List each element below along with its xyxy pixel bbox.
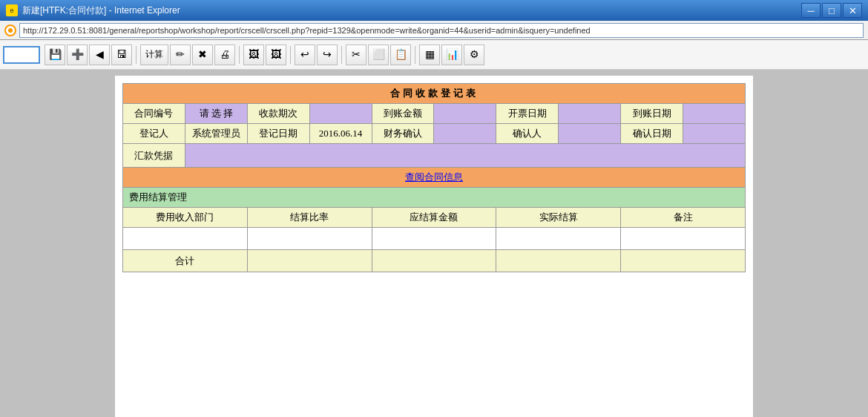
- confirmer-label: 确认人: [496, 124, 559, 144]
- chart-button[interactable]: 📊: [441, 45, 462, 65]
- svg-point-1: [8, 28, 13, 33]
- fee-total-actual: [496, 250, 621, 272]
- query-link-cell[interactable]: 查阅合同信息: [123, 168, 746, 188]
- query-row: 查阅合同信息: [123, 168, 746, 188]
- reg-date-value: 2016.06.14: [309, 124, 372, 144]
- window-controls: ─ □ ✕: [801, 3, 862, 18]
- calc-label: 计算: [145, 48, 163, 61]
- fee-data-row: [123, 228, 746, 250]
- reg-date-label: 登记日期: [247, 124, 309, 144]
- minimize-button[interactable]: ─: [801, 3, 821, 18]
- collection-period-input[interactable]: [309, 104, 372, 124]
- edit-button[interactable]: ✏: [170, 45, 191, 65]
- fee-dept-input[interactable]: [123, 228, 248, 250]
- finance-confirm-input[interactable]: [434, 124, 496, 144]
- confirmer-input[interactable]: [559, 124, 621, 144]
- report-container: 合同收款登记表 合同编号 请 选 择 收款期次 到账金额 开票日期 到账日期 登…: [115, 76, 753, 417]
- finance-confirm-label: 财务确认: [372, 124, 434, 144]
- paste-button[interactable]: 📋: [390, 45, 411, 65]
- collection-period-label: 收款期次: [247, 104, 309, 124]
- cut-button[interactable]: ✂: [346, 45, 366, 65]
- contract-header-row: 合同编号 请 选 择 收款期次 到账金额 开票日期 到账日期: [123, 104, 746, 124]
- cell-reference-box[interactable]: [3, 46, 40, 64]
- fee-section-header-row: 费用结算管理: [123, 188, 746, 208]
- title-row: 合同收款登记表: [123, 84, 746, 104]
- new-button[interactable]: ➕: [67, 45, 88, 65]
- copy-button[interactable]: ⬜: [368, 45, 389, 65]
- arrival-date-input[interactable]: [683, 104, 746, 124]
- fee-total-rate: [247, 250, 372, 272]
- maximize-button[interactable]: □: [822, 3, 841, 18]
- amount-label: 到账金额: [372, 104, 434, 124]
- separator-5: [415, 46, 415, 64]
- calc-button[interactable]: 计算: [140, 45, 168, 65]
- fee-remark-input[interactable]: [621, 228, 746, 250]
- floppy-button[interactable]: 🖫: [111, 45, 132, 65]
- invoice-date-input[interactable]: [559, 104, 621, 124]
- remittance-input[interactable]: [185, 144, 745, 168]
- remittance-label: 汇款凭据: [123, 144, 185, 168]
- fee-expected-input[interactable]: [372, 228, 496, 250]
- browser-icon: [4, 24, 16, 36]
- select-placeholder[interactable]: 请 选 择: [185, 104, 247, 124]
- settings-button[interactable]: ⚙: [464, 45, 484, 65]
- fee-col2: 结算比率: [247, 208, 372, 228]
- fee-col3: 应结算金额: [372, 208, 496, 228]
- print-button[interactable]: 🖨: [214, 45, 235, 65]
- fee-actual-input[interactable]: [496, 228, 621, 250]
- report-table: 合同收款登记表 合同编号 请 选 择 收款期次 到账金额 开票日期 到账日期 登…: [122, 83, 746, 272]
- window-title: 新建[HTFK:合同付款] - Internet Explorer: [22, 4, 180, 17]
- fee-rate-input[interactable]: [247, 228, 372, 250]
- amount-input[interactable]: [434, 104, 496, 124]
- redo-button[interactable]: ↪: [317, 45, 338, 65]
- contract-no-label: 合同编号: [123, 104, 185, 124]
- close-button[interactable]: ✕: [843, 3, 862, 18]
- remittance-row: 汇款凭据: [123, 144, 746, 168]
- title-bar: e 新建[HTFK:合同付款] - Internet Explorer ─ □ …: [0, 0, 868, 21]
- fee-total-row: 合计: [123, 250, 746, 272]
- back-button[interactable]: ◀: [89, 45, 110, 65]
- separator-2: [239, 46, 240, 64]
- confirm-date-label: 确认日期: [621, 124, 683, 144]
- app-icon: e: [6, 4, 18, 16]
- separator-3: [290, 46, 291, 64]
- invoice-date-label: 开票日期: [496, 104, 559, 124]
- table-button[interactable]: ▦: [419, 45, 440, 65]
- query-link[interactable]: 查阅合同信息: [405, 171, 463, 183]
- image1-button[interactable]: 🖼: [243, 45, 264, 65]
- separator-4: [341, 46, 342, 64]
- fee-total-remark: [621, 250, 746, 272]
- separator-1: [136, 46, 137, 64]
- registrant-row: 登记人 系统管理员 登记日期 2016.06.14 财务确认 确认人 确认日期: [123, 124, 746, 144]
- confirm-date-input[interactable]: [683, 124, 746, 144]
- url-input[interactable]: [19, 23, 864, 38]
- undo-button[interactable]: ↩: [295, 45, 315, 65]
- fee-col4: 实际结算: [496, 208, 621, 228]
- address-bar: [0, 21, 868, 40]
- fee-total-expected: [372, 250, 496, 272]
- fee-section-title: 费用结算管理: [123, 188, 746, 208]
- cancel-button[interactable]: ✖: [192, 45, 213, 65]
- report-title: 合同收款登记表: [123, 84, 746, 104]
- fee-total-label: 合计: [123, 250, 248, 272]
- fee-col5: 备注: [621, 208, 746, 228]
- image2-button[interactable]: 🖼: [266, 45, 286, 65]
- arrival-date-label: 到账日期: [621, 104, 683, 124]
- fee-col1: 费用收入部门: [123, 208, 248, 228]
- save-button[interactable]: 💾: [45, 45, 65, 65]
- registrant-value: 系统管理员: [185, 124, 247, 144]
- main-area: 合同收款登记表 合同编号 请 选 择 收款期次 到账金额 开票日期 到账日期 登…: [0, 70, 868, 417]
- toolbar: 💾 ➕ ◀ 🖫 计算 ✏ ✖ 🖨 🖼 🖼 ↩ ↪ ✂ ⬜ 📋 ▦ 📊 ⚙: [0, 40, 868, 70]
- registrant-label: 登记人: [123, 124, 185, 144]
- fee-col-header-row: 费用收入部门 结算比率 应结算金额 实际结算 备注: [123, 208, 746, 228]
